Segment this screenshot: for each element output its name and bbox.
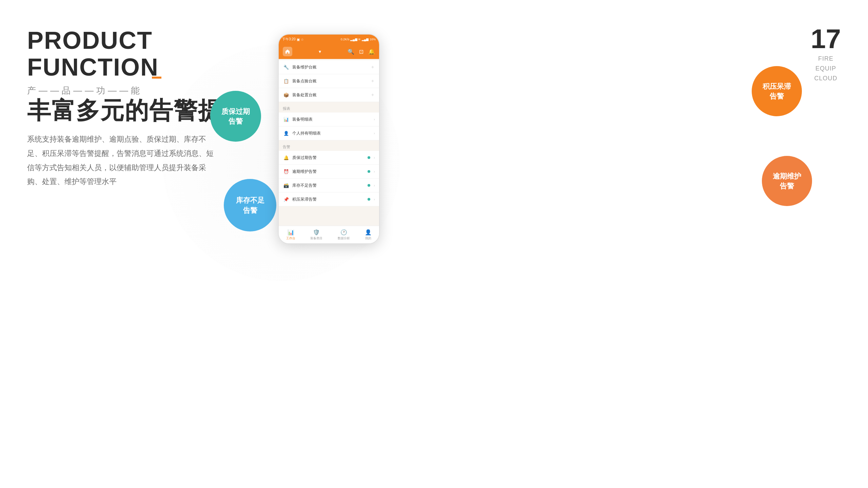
menu-icon-quality-alert: 🔔 — [283, 154, 290, 161]
menu-arrow-personal-detail: › — [374, 131, 375, 135]
menu-text-inspection: 装备点验台账 — [292, 78, 368, 84]
nav-search-icon[interactable]: 🔍 — [348, 48, 354, 55]
menu-item-overdue-alert[interactable]: ⏰ 逾期维护告警 › — [279, 165, 379, 179]
nav-icons: 🔍 ⊡ 🔔 — [348, 48, 375, 55]
menu-icon-personal-detail: 👤 — [283, 130, 290, 137]
menu-dot-inventory — [368, 184, 370, 187]
menu-item-quality-alert[interactable]: 🔔 质保过期告警 › — [279, 151, 379, 165]
page-number-block: 17 FIRE EQUIP CLOUD — [811, 25, 841, 83]
badge-overdue-warning: 逾期维护告警 — [762, 156, 812, 206]
menu-arrow-overdue: › — [374, 169, 375, 174]
title-line2: FUNCTION — [27, 54, 159, 81]
menu-item-equipment-detail[interactable]: 📊 装备明细表 › — [279, 113, 379, 126]
menu-plus-maintenance[interactable]: ＋ — [370, 64, 375, 70]
tab-mine[interactable]: 👤 我的 — [365, 229, 372, 241]
tab-mine-label: 我的 — [365, 236, 371, 241]
title-line1: PRODUCT — [27, 27, 159, 54]
phone-content: 🔧 装备维护台账 ＋ 📋 装备点验台账 ＋ 📦 装备处置台账 ＋ 报表 📊 装备… — [279, 59, 379, 226]
menu-text-pressure-alert: 积压呆滞告警 — [292, 197, 365, 202]
menu-icon-disposal: 📦 — [283, 92, 290, 98]
menu-icon-pressure-alert: 📌 — [283, 196, 290, 203]
tab-equipment-icon: 🛡️ — [313, 229, 320, 236]
tab-workbench-label: 工作台 — [286, 236, 295, 241]
status-left: 下午3:20 ▣ ☆ — [282, 37, 304, 42]
phone-nav-bar: ▾ 🔍 ⊡ 🔔 — [279, 44, 379, 59]
menu-dot-quality — [368, 156, 370, 159]
product-title-block: PRODUCT FUNCTION 产——品——功——能 — [27, 27, 159, 97]
status-right: 0.2K/s ▂▄▆ ≋ ▂▄▆ 16% — [341, 38, 376, 41]
menu-item-maintenance[interactable]: 🔧 装备维护台账 ＋ — [279, 60, 379, 74]
menu-group-reports: 报表 📊 装备明细表 › 👤 个人持有明细表 › — [279, 103, 379, 140]
menu-text-overdue-alert: 逾期维护告警 — [292, 169, 365, 175]
menu-icon-equipment-detail: 📊 — [283, 116, 290, 123]
tab-workbench-icon: 📊 — [288, 229, 294, 236]
menu-text-disposal: 装备处置台账 — [292, 92, 368, 98]
badge-quality-label: 质保过期告警 — [221, 106, 250, 126]
menu-text-personal-detail: 个人持有明细表 — [292, 130, 371, 136]
menu-plus-inspection[interactable]: ＋ — [370, 78, 375, 84]
tab-equipment-category[interactable]: 🛡️ 装备类目 — [310, 229, 322, 241]
status-network: 0.2K/s — [341, 38, 350, 41]
menu-text-inventory-alert: 库存不足告警 — [292, 183, 365, 188]
tab-data-analysis[interactable]: 🕐 数据分析 — [338, 229, 350, 241]
menu-arrow-pressure: › — [374, 197, 375, 201]
menu-group-equipment: 🔧 装备维护台账 ＋ 📋 装备点验台账 ＋ 📦 装备处置台账 ＋ — [279, 60, 379, 102]
menu-item-inventory-alert[interactable]: 🗃️ 库存不足告警 › — [279, 179, 379, 192]
tab-workbench[interactable]: 📊 工作台 — [286, 229, 295, 241]
menu-icon-maintenance: 🔧 — [283, 64, 290, 70]
status-time: 下午3:20 — [282, 37, 295, 42]
menu-icon-overdue-alert: ⏰ — [283, 168, 290, 175]
phone-status-bar: 下午3:20 ▣ ☆ 0.2K/s ▂▄▆ ≋ ▂▄▆ 16% — [279, 35, 379, 44]
menu-group-alerts: 告警 🔔 质保过期告警 › ⏰ 逾期维护告警 › 🗃️ 库存不足告警 › 📌 — [279, 142, 379, 206]
status-icons: ▣ ☆ — [297, 38, 304, 41]
tab-mine-icon: 👤 — [365, 229, 372, 236]
menu-dot-pressure — [368, 198, 370, 201]
menu-label-alerts: 告警 — [279, 142, 379, 151]
menu-arrow-quality: › — [374, 156, 375, 160]
menu-item-personal-detail[interactable]: 👤 个人持有明细表 › — [279, 126, 379, 140]
tab-equipment-label: 装备类目 — [310, 236, 322, 241]
body-text: 系统支持装备逾期维护、逾期点验、质保过期、库存不足、积压呆滞等告警提醒，告警消息… — [27, 132, 217, 189]
menu-item-pressure-alert[interactable]: 📌 积压呆滞告警 › — [279, 192, 379, 206]
menu-text-quality-alert: 质保过期告警 — [292, 155, 365, 161]
nav-chevron[interactable]: ▾ — [319, 49, 321, 54]
nav-home-icon[interactable] — [283, 47, 292, 56]
badge-pressure-label: 积压呆滞告警 — [763, 81, 791, 101]
status-signal: ▂▄▆ ≋ ▂▄▆ — [350, 38, 369, 41]
brand-label: FIRE EQUIP CLOUD — [811, 54, 841, 83]
badge-inventory-label: 库存不足告警 — [236, 195, 264, 215]
nav-scan-icon[interactable]: ⊡ — [359, 48, 363, 55]
menu-icon-inventory-alert: 🗃️ — [283, 182, 290, 189]
menu-item-inspection[interactable]: 📋 装备点验台账 ＋ — [279, 74, 379, 88]
phone-tab-bar: 📊 工作台 🛡️ 装备类目 🕐 数据分析 👤 我的 — [279, 226, 379, 243]
menu-text-maintenance: 装备维护台账 — [292, 64, 368, 70]
menu-plus-disposal[interactable]: ＋ — [370, 92, 375, 98]
tab-analysis-icon: 🕐 — [340, 229, 347, 236]
phone-mockup: 下午3:20 ▣ ☆ 0.2K/s ▂▄▆ ≋ ▂▄▆ 16% ▾ 🔍 ⊡ 🔔 … — [278, 34, 380, 244]
menu-arrow-inventory: › — [374, 183, 375, 187]
menu-arrow-equipment-detail: › — [374, 117, 375, 121]
badge-quality-warning: 质保过期告警 — [210, 91, 261, 142]
tab-analysis-label: 数据分析 — [338, 236, 350, 241]
badge-pressure-warning: 积压呆滞告警 — [752, 66, 802, 116]
page-number: 17 — [811, 25, 841, 53]
menu-dot-overdue — [368, 170, 370, 173]
menu-icon-inspection: 📋 — [283, 78, 290, 84]
menu-label-reports: 报表 — [279, 103, 379, 113]
badge-inventory-warning: 库存不足告警 — [224, 179, 276, 231]
menu-item-disposal[interactable]: 📦 装备处置台账 ＋ — [279, 88, 379, 102]
nav-bell-icon[interactable]: 🔔 — [368, 48, 375, 55]
badge-overdue-label: 逾期维护告警 — [773, 171, 801, 191]
menu-text-equipment-detail: 装备明细表 — [292, 117, 371, 122]
status-battery: 16% — [370, 38, 376, 41]
